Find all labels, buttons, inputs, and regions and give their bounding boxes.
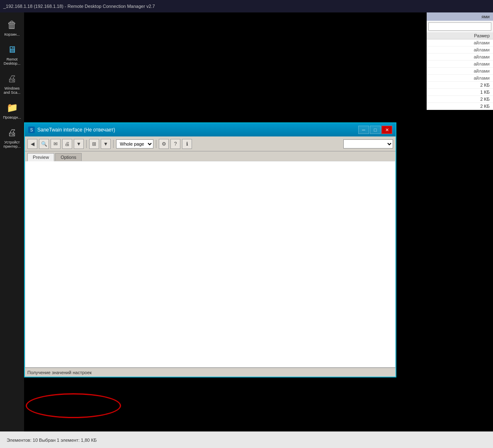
list-item-size: 2 КБ	[427, 103, 493, 110]
explorer-label: Проводн...	[3, 115, 21, 119]
recycle-bin-label: Корзин...	[5, 32, 20, 37]
zoom-button[interactable]: 🔍	[39, 139, 49, 149]
list-item: айлами	[427, 54, 493, 61]
sane-twain-window: S SaneTwain interface (Не отвечает) ─ □ …	[24, 122, 396, 377]
toolbar: ◀ 🔍 ✉ 🖨 ▼ ⊞ ▼ Whole page	[25, 136, 396, 151]
recycle-bin-icon: 🗑	[7, 19, 17, 31]
printer-icon: 🖨	[7, 127, 17, 138]
tab-preview[interactable]: Preview	[27, 153, 54, 161]
minimize-button[interactable]: ─	[358, 126, 369, 134]
envelope-icon: ✉	[53, 141, 58, 147]
window-title: SaneTwain interface (Не отвечает)	[37, 127, 115, 133]
titlebar-left: S SaneTwain interface (Не отвечает)	[28, 127, 115, 133]
scanner-label: Windowsand Sca...	[4, 86, 21, 95]
print-icon: 🖨	[65, 141, 70, 147]
list-item-size: 2 КБ	[427, 96, 493, 103]
help-icon: ?	[174, 141, 177, 147]
toolbar-separator-3	[156, 140, 156, 148]
files-rows: айлами айлами айлами айлами айлами айлам…	[427, 39, 493, 110]
taskbar-title: _192.168.1.18 (192.168.1.18) - Remote De…	[3, 4, 155, 9]
files-col-header: Размер	[427, 32, 493, 39]
annotation-ellipse	[26, 393, 121, 418]
toolbar-right	[343, 139, 393, 149]
files-search-input[interactable]	[428, 22, 491, 31]
sane-content-area	[25, 161, 396, 368]
list-item: айлами	[427, 39, 493, 46]
scanner-icon: 🖨	[7, 73, 17, 84]
list-item: айлами	[427, 61, 493, 68]
list-item-size: 2 КБ	[427, 82, 493, 89]
files-panel-header: ями	[427, 12, 493, 21]
back-button[interactable]: ◀	[27, 139, 37, 149]
device-select[interactable]	[343, 139, 393, 149]
sidebar-icon-recycle[interactable]: 🗑 Корзин...	[1, 17, 23, 38]
toolbar-separator-2	[113, 140, 114, 148]
files-panel: ями Размер айлами айлами айлами айлами а…	[427, 12, 493, 110]
sane-statusbar: Получение значений настроек	[25, 368, 396, 377]
explorer-icon: 📁	[7, 102, 18, 113]
status-text: Получение значений настроек	[27, 370, 92, 375]
tools-button[interactable]: ⚙	[159, 139, 169, 149]
sidebar-icon-explorer[interactable]: 📁 Проводн...	[1, 100, 23, 121]
grid-dropdown-button[interactable]: ▼	[101, 139, 111, 149]
zoom-icon: 🔍	[41, 141, 47, 147]
sidebar-icon-scan[interactable]: 🖨 Windowsand Sca...	[1, 71, 23, 96]
bottom-statusbar: Элементов: 10 Выбран 1 элемент: 1,80 КБ	[0, 431, 493, 448]
desktop: _192.168.1.18 (192.168.1.18) - Remote De…	[0, 0, 493, 448]
sidebar: 🗑 Корзин... 🖥 RemotDesktop... 🖨 Windowsa…	[0, 12, 24, 448]
list-item: айлами	[427, 46, 493, 54]
statusbar-text: Элементов: 10 Выбран 1 элемент: 1,80 КБ	[7, 438, 97, 443]
chevron-down-icon: ▼	[76, 141, 81, 147]
maximize-button[interactable]: □	[370, 126, 381, 134]
tab-options[interactable]: Options	[55, 153, 82, 161]
info-button[interactable]: ℹ	[182, 139, 192, 149]
tools-icon: ⚙	[162, 141, 166, 147]
chevron-down-icon-2: ▼	[103, 141, 108, 147]
sane-tabs: Preview Options	[25, 151, 396, 161]
sidebar-icon-printer[interactable]: 🖨 Устройстпринтер...	[1, 124, 23, 150]
remote-desktop-label: RemotDesktop...	[4, 57, 21, 66]
info-icon: ℹ	[186, 141, 188, 147]
printer-label: Устройстпринтер...	[3, 140, 20, 149]
grid-icon: ⊞	[92, 141, 96, 147]
titlebar-buttons: ─ □ ✕	[358, 126, 392, 134]
list-item: айлами	[427, 68, 493, 75]
list-item-size: 1 КБ	[427, 89, 493, 96]
remote-desktop-icon: 🖥	[7, 44, 17, 55]
envelope-button[interactable]: ✉	[51, 139, 61, 149]
list-item: айлами	[427, 75, 493, 82]
close-button[interactable]: ✕	[381, 126, 392, 134]
taskbar-top: _192.168.1.18 (192.168.1.18) - Remote De…	[0, 0, 493, 12]
print-dropdown-button[interactable]: ▼	[74, 139, 84, 149]
page-size-dropdown[interactable]: Whole page	[116, 139, 153, 149]
back-icon: ◀	[31, 141, 34, 147]
sane-titlebar: S SaneTwain interface (Не отвечает) ─ □ …	[25, 123, 396, 136]
help-button[interactable]: ?	[170, 139, 180, 149]
sidebar-icon-remote[interactable]: 🖥 RemotDesktop...	[1, 41, 23, 67]
app-icon: S	[28, 127, 35, 133]
grid-button[interactable]: ⊞	[89, 139, 99, 149]
print-button[interactable]: 🖨	[62, 139, 72, 149]
toolbar-separator-1	[86, 140, 87, 148]
